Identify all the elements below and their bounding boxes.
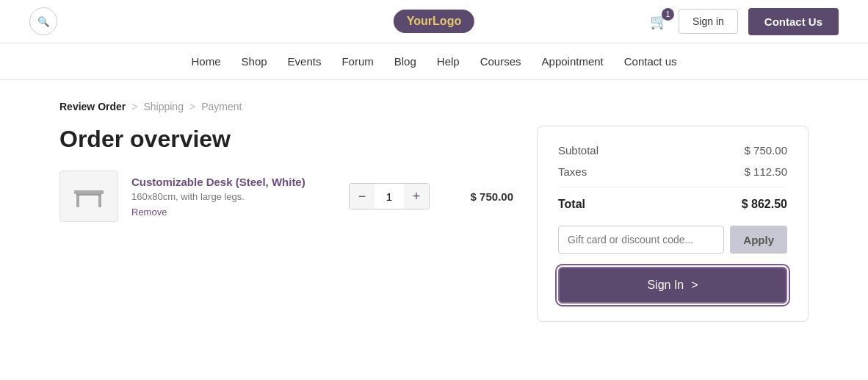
search-button[interactable]: 🔍 [29,7,57,35]
logo-your: Your [407,15,433,27]
page-title: Order overview [59,126,513,153]
nav-contact-us[interactable]: Contact us [624,55,677,68]
sign-in-arrow: > [691,279,698,292]
taxes-label: Taxes [558,165,587,178]
total-row: Total $ 862.50 [558,198,787,211]
logo-logo: Logo [433,15,461,27]
search-icon: 🔍 [37,16,50,27]
breadcrumb-review-order: Review Order [59,101,126,112]
quantity-decrease-button[interactable]: − [350,184,375,209]
header: 🔍 YourLogo 🛒 1 Sign in Contact Us [0,0,868,43]
logo: YourLogo [394,10,474,33]
main-nav: Home Shop Events Forum Blog Help Courses… [0,43,868,80]
summary-divider [558,187,787,187]
sign-in-header-button[interactable]: Sign in [679,9,738,34]
header-left: 🔍 [29,7,57,35]
breadcrumb-chevron-1: > [131,101,137,112]
product-image [59,171,118,222]
product-description: 160x80cm, with large legs. [131,191,336,202]
quantity-control: − + [349,183,430,209]
remove-button[interactable]: Remove [131,207,336,218]
breadcrumb-payment: Payment [201,101,242,112]
nav-blog[interactable]: Blog [394,55,416,68]
nav-shop[interactable]: Shop [242,55,267,68]
breadcrumb: Review Order > Shipping > Payment [59,101,809,112]
apply-button[interactable]: Apply [730,226,787,254]
subtotal-value: $ 750.00 [745,144,787,157]
logo-text: YourLogo [407,15,461,28]
breadcrumb-chevron-2: > [189,101,195,112]
content-layout: Order overview Customizable Desk (Steel,… [59,126,809,322]
nav-home[interactable]: Home [192,55,221,68]
svg-rect-3 [76,194,101,196]
taxes-row: Taxes $ 112.50 [558,165,787,178]
product-name: Customizable Desk (Steel, White) [131,176,336,188]
nav-help[interactable]: Help [437,55,460,68]
svg-rect-1 [76,194,79,207]
quantity-input[interactable] [375,190,404,203]
left-panel: Order overview Customizable Desk (Steel,… [59,126,513,222]
product-price: $ 750.00 [455,190,513,203]
product-info: Customizable Desk (Steel, White) 160x80c… [131,176,336,218]
total-value: $ 862.50 [742,198,787,211]
desk-icon [70,178,107,215]
sign-in-button[interactable]: Sign In > [558,267,787,304]
total-label: Total [558,198,585,211]
cart-badge: 1 [662,8,674,21]
nav-appointment[interactable]: Appointment [542,55,604,68]
header-right: 🛒 1 Sign in Contact Us [650,8,839,35]
nav-courses[interactable]: Courses [480,55,521,68]
breadcrumb-shipping: Shipping [143,101,184,112]
main-content: Review Order > Shipping > Payment Order … [30,80,838,343]
svg-rect-2 [98,194,101,207]
nav-events[interactable]: Events [288,55,322,68]
order-summary-panel: Subtotal $ 750.00 Taxes $ 112.50 Total $… [537,126,809,322]
subtotal-row: Subtotal $ 750.00 [558,144,787,157]
nav-forum[interactable]: Forum [341,55,373,68]
cart-button[interactable]: 🛒 1 [650,12,668,30]
contact-us-button[interactable]: Contact Us [748,8,839,35]
discount-row: Apply [558,226,787,254]
logo-container: YourLogo [394,10,474,33]
subtotal-label: Subtotal [558,144,598,157]
discount-input[interactable] [558,226,724,254]
product-row: Customizable Desk (Steel, White) 160x80c… [59,171,513,222]
svg-rect-0 [74,190,104,194]
taxes-value: $ 112.50 [745,165,787,178]
quantity-increase-button[interactable]: + [404,184,429,209]
sign-in-label: Sign In [647,279,684,292]
